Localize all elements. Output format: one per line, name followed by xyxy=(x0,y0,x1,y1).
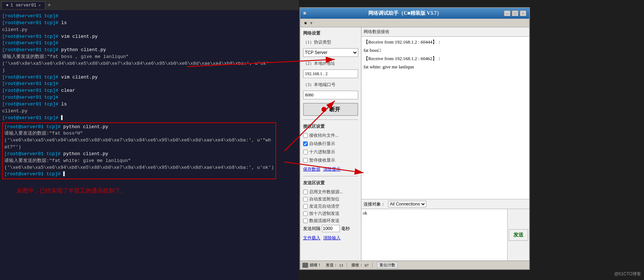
window-controls: — □ × xyxy=(504,10,526,16)
port-input[interactable] xyxy=(303,91,358,99)
reset-count-btn[interactable]: 复位计数 xyxy=(377,262,398,268)
connection-select[interactable]: All Connections xyxy=(388,201,426,207)
cb-loop-send-label: 数据流循环发送 xyxy=(309,218,339,224)
cb-pause-label: 暂停接收显示 xyxy=(309,157,335,163)
cb-auto-clear-row: 发送完自动清空 xyxy=(303,203,358,209)
cb-save-file-label: 接收转向文件... xyxy=(309,132,338,139)
send-links: 文件载入 清除输入 xyxy=(303,235,358,241)
receive-links: 保存数据 清除显示 xyxy=(303,166,358,172)
receive-label: 接收： xyxy=(351,262,363,268)
clear-display-link[interactable]: 清除显示 xyxy=(323,166,341,172)
load-file-link[interactable]: 文件载入 xyxy=(303,235,320,241)
cb-auto-add[interactable] xyxy=(303,197,308,202)
tab-close-btn[interactable]: ✕ xyxy=(39,3,41,8)
net-tool-content: 网络设置 （1）协议类型 TCP Server （2）本地IP地址 （3）本地端… xyxy=(300,27,529,261)
net-tool-title: 网络调试助手（C■精装版 V3.7） xyxy=(306,10,504,17)
cb-auto-clear-label: 发送完自动清空 xyxy=(309,203,339,209)
cb-auto-clear[interactable] xyxy=(303,204,308,209)
divider2 xyxy=(303,176,358,176)
new-tab-btn[interactable]: + xyxy=(45,2,53,8)
ip-input[interactable] xyxy=(303,69,358,78)
cb-enable-file[interactable] xyxy=(303,190,308,194)
send-label: 发送： xyxy=(326,262,338,268)
status-icon-area: 就绪！ xyxy=(302,262,321,268)
titlebar-icon: ■ xyxy=(303,10,306,16)
receive-count-section: 接收： 67 xyxy=(351,262,373,268)
net-tool-menu: ■ ▼ xyxy=(300,19,529,27)
receive-msg1-header: 【Receive from 192.168.1.2 : 60444】： xyxy=(364,39,527,45)
cb-hex-send[interactable] xyxy=(303,211,308,216)
cb-hex-display-row: 十六进制显示 xyxy=(303,149,358,155)
annotation-text: 从图中，已经实现了半双工的通讯机制了。 xyxy=(17,186,297,195)
minimize-btn[interactable]: — xyxy=(504,10,510,16)
cb-loop-send[interactable] xyxy=(303,218,308,223)
send-area-container: 连接对象： All Connections ok 发送 xyxy=(361,199,529,261)
receive-area: 【Receive from 192.168.1.2 : 60444】： fat … xyxy=(361,37,529,199)
cb-auto-add-label: 自动发送附加位 xyxy=(309,196,339,202)
cb-auto-newline-label: 自动换行显示 xyxy=(309,141,335,147)
cb-enable-file-row: 启用文件数据源... xyxy=(303,189,358,195)
cb-pause[interactable] xyxy=(303,158,308,163)
cb-loop-send-row: 数据流循环发送 xyxy=(303,218,358,224)
send-content: ok 发送 xyxy=(361,209,529,261)
terminal-tabs: ■ 1 server01 ✕ + xyxy=(0,0,299,10)
menu-icon-btn[interactable]: ■ xyxy=(302,19,309,27)
net-tool-status: 就绪！ 发送： 13 接收： 67 复位计数 xyxy=(300,261,529,269)
terminal-tab-server01[interactable]: ■ 1 server01 ✕ xyxy=(1,1,45,9)
send-count: 13 xyxy=(339,263,343,267)
receive-msg2-content: fat white: give me lanliqun xyxy=(364,64,527,70)
interval-row: 发送间隔 毫秒 xyxy=(303,225,358,232)
net-tool-titlebar: ■ 网络调试助手（C■精装版 V3.7） — □ × xyxy=(300,8,529,19)
clear-input-link[interactable]: 清除输入 xyxy=(323,235,341,241)
interval-unit: 毫秒 xyxy=(341,226,350,232)
red-dot-icon xyxy=(321,107,326,112)
receive-settings-label: 接收区设置 xyxy=(303,123,358,130)
send-settings: 启用文件数据源... 自动发送附加位 发送完自动清空 按十六进制发送 数据流循环… xyxy=(303,189,358,232)
status-ready: 就绪！ xyxy=(310,262,321,268)
receive-msg2-header: 【Receive from 192.168.1.2 : 60462】： xyxy=(364,55,527,62)
ip-label: （2）本地IP地址 xyxy=(303,60,358,67)
send-settings-label: 发送区设置 xyxy=(303,180,358,186)
send-btn-area: 发送 xyxy=(508,209,529,261)
watermark: @51CTO博客 xyxy=(614,271,641,277)
protocol-label: （1）协议类型 xyxy=(303,39,358,45)
send-textarea[interactable]: ok xyxy=(361,209,508,261)
interval-input[interactable] xyxy=(322,225,340,232)
send-header-label: 连接对象： xyxy=(364,201,385,207)
send-button[interactable]: 发送 xyxy=(509,229,528,241)
receive-msg1-content: fat boss□ xyxy=(364,48,527,53)
disconnect-label: 断开 xyxy=(329,106,340,113)
cb-enable-file-label: 启用文件数据源... xyxy=(309,189,343,195)
receive-header: 网络数据接收 xyxy=(361,27,529,37)
maximize-btn[interactable]: □ xyxy=(512,10,518,16)
interval-label: 发送间隔 xyxy=(303,226,320,232)
close-btn[interactable]: × xyxy=(520,10,526,16)
cb-pause-row: 暂停接收显示 xyxy=(303,157,358,163)
cb-auto-newline-row: 自动换行显示 xyxy=(303,141,358,147)
cb-auto-newline[interactable] xyxy=(303,141,308,146)
left-panel: 网络设置 （1）协议类型 TCP Server （2）本地IP地址 （3）本地端… xyxy=(300,27,361,261)
receive-count: 67 xyxy=(365,263,369,267)
cb-hex-send-label: 按十六进制发送 xyxy=(309,211,339,217)
send-area-header: 连接对象： All Connections xyxy=(361,199,529,209)
disconnect-btn[interactable]: 断开 xyxy=(303,103,358,116)
terminal-window: ■ 1 server01 ✕ + [root@server01 tcp]# [r… xyxy=(0,0,299,280)
divider1 xyxy=(303,119,358,120)
cb-hex-display-label: 十六进制显示 xyxy=(309,149,335,155)
highlighted-terminal-section: [root@server01 tcp]# python client.py 请输… xyxy=(2,122,276,180)
port-label: （3）本地端口号 xyxy=(303,82,358,88)
send-count-section: 发送： 13 xyxy=(326,262,347,268)
cb-hex-display[interactable] xyxy=(303,150,308,154)
cb-save-file-row: 接收转向文件... xyxy=(303,132,358,139)
status-icon xyxy=(302,263,308,268)
right-panel: 网络数据接收 【Receive from 192.168.1.2 : 60444… xyxy=(361,27,529,261)
save-data-link[interactable]: 保存数据 xyxy=(303,166,320,172)
network-section-label: 网络设置 xyxy=(303,30,358,36)
cb-auto-add-row: 自动发送附加位 xyxy=(303,196,358,202)
cb-hex-send-row: 按十六进制发送 xyxy=(303,211,358,217)
cb-save-file[interactable] xyxy=(303,133,308,138)
tab-icon: ■ xyxy=(6,3,8,7)
protocol-select[interactable]: TCP Server xyxy=(303,48,358,57)
net-tool-window: ■ 网络调试助手（C■精装版 V3.7） — □ × ■ ▼ 网络设置 （1）协… xyxy=(300,7,530,270)
terminal-body: [root@server01 tcp]# [root@server01 tcp]… xyxy=(0,10,299,280)
